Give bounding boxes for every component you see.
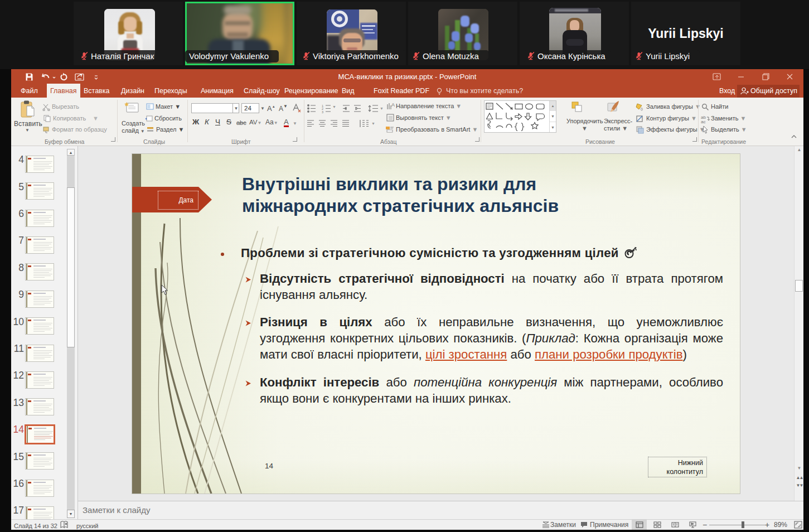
svg-text:A: A [391,102,395,108]
svg-text:▼: ▼ [332,105,336,109]
svg-text:3: 3 [322,110,323,114]
svg-text:▼: ▼ [380,107,384,110]
svg-text:ac: ac [701,119,705,123]
svg-text:▼: ▼ [371,122,375,125]
